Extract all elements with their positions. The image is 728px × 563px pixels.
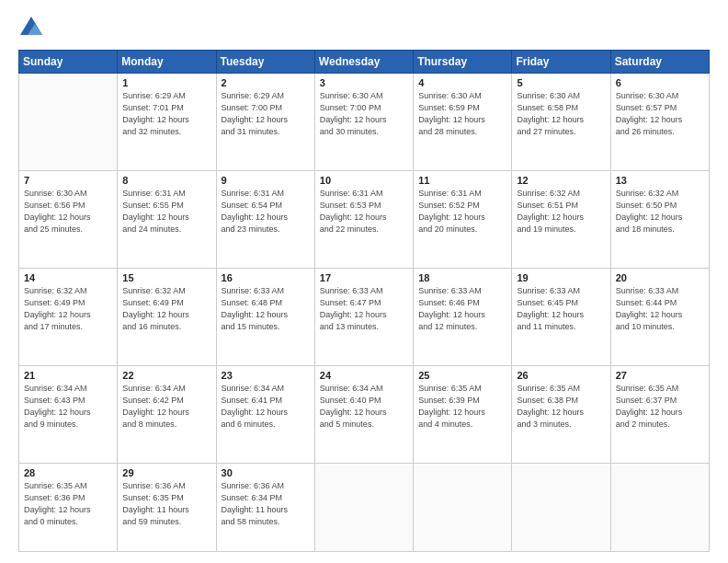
day-info: Sunrise: 6:33 AM Sunset: 6:47 PM Dayligh… [320,285,408,333]
day-number: 21 [24,370,112,381]
day-info: Sunrise: 6:33 AM Sunset: 6:44 PM Dayligh… [616,285,704,333]
day-number: 7 [24,175,112,186]
day-info: Sunrise: 6:32 AM Sunset: 6:51 PM Dayligh… [517,188,605,236]
calendar-cell: 7Sunrise: 6:30 AM Sunset: 6:56 PM Daylig… [19,170,118,268]
calendar-cell: 10Sunrise: 6:31 AM Sunset: 6:53 PM Dayli… [314,170,413,268]
calendar-table: SundayMondayTuesdayWednesdayThursdayFrid… [18,50,710,552]
day-number: 16 [222,272,310,283]
day-info: Sunrise: 6:36 AM Sunset: 6:34 PM Dayligh… [222,480,310,528]
calendar-cell [314,463,413,551]
day-number: 14 [24,272,112,283]
day-info: Sunrise: 6:34 AM Sunset: 6:43 PM Dayligh… [24,383,112,431]
day-info: Sunrise: 6:34 AM Sunset: 6:41 PM Dayligh… [222,383,310,431]
weekday-header-friday: Friday [512,51,610,74]
day-info: Sunrise: 6:31 AM Sunset: 6:54 PM Dayligh… [222,188,310,236]
day-info: Sunrise: 6:31 AM Sunset: 6:55 PM Dayligh… [122,188,210,236]
day-number: 12 [517,175,605,186]
day-number: 2 [222,77,310,88]
day-number: 20 [616,272,704,283]
week-row-5: 28Sunrise: 6:35 AM Sunset: 6:36 PM Dayli… [19,463,710,551]
calendar-cell: 8Sunrise: 6:31 AM Sunset: 6:55 PM Daylig… [118,170,216,268]
week-row-4: 21Sunrise: 6:34 AM Sunset: 6:43 PM Dayli… [19,365,710,463]
day-number: 9 [222,175,310,186]
day-number: 28 [24,467,112,478]
day-info: Sunrise: 6:36 AM Sunset: 6:35 PM Dayligh… [122,480,210,528]
day-info: Sunrise: 6:30 AM Sunset: 6:56 PM Dayligh… [24,188,112,236]
calendar-cell: 22Sunrise: 6:34 AM Sunset: 6:42 PM Dayli… [118,365,216,463]
day-number: 8 [122,175,210,186]
calendar-cell: 25Sunrise: 6:35 AM Sunset: 6:39 PM Dayli… [414,365,512,463]
calendar-cell: 6Sunrise: 6:30 AM Sunset: 6:57 PM Daylig… [610,74,709,171]
weekday-header-row: SundayMondayTuesdayWednesdayThursdayFrid… [19,51,710,74]
calendar-cell [19,74,118,171]
page: SundayMondayTuesdayWednesdayThursdayFrid… [0,0,728,563]
day-number: 29 [122,467,210,478]
calendar-cell: 2Sunrise: 6:29 AM Sunset: 7:00 PM Daylig… [216,74,314,171]
calendar-cell: 1Sunrise: 6:29 AM Sunset: 7:01 PM Daylig… [118,74,216,171]
day-number: 18 [418,272,506,283]
calendar-cell: 11Sunrise: 6:31 AM Sunset: 6:52 PM Dayli… [414,170,512,268]
day-info: Sunrise: 6:34 AM Sunset: 6:40 PM Dayligh… [320,383,408,431]
day-info: Sunrise: 6:35 AM Sunset: 6:39 PM Dayligh… [418,383,506,431]
calendar-cell: 26Sunrise: 6:35 AM Sunset: 6:38 PM Dayli… [512,365,610,463]
header [18,15,710,40]
day-number: 13 [616,175,704,186]
calendar-cell: 29Sunrise: 6:36 AM Sunset: 6:35 PM Dayli… [118,463,216,551]
day-number: 4 [418,77,506,88]
calendar-cell: 28Sunrise: 6:35 AM Sunset: 6:36 PM Dayli… [19,463,118,551]
day-info: Sunrise: 6:33 AM Sunset: 6:46 PM Dayligh… [418,285,506,333]
calendar-cell: 16Sunrise: 6:33 AM Sunset: 6:48 PM Dayli… [216,268,314,365]
calendar-cell: 20Sunrise: 6:33 AM Sunset: 6:44 PM Dayli… [610,268,709,365]
day-number: 27 [616,370,704,381]
day-info: Sunrise: 6:30 AM Sunset: 6:58 PM Dayligh… [517,90,605,138]
weekday-header-tuesday: Tuesday [216,51,314,74]
weekday-header-monday: Monday [118,51,216,74]
calendar-cell: 13Sunrise: 6:32 AM Sunset: 6:50 PM Dayli… [610,170,709,268]
day-number: 23 [222,370,310,381]
day-number: 19 [517,272,605,283]
day-number: 22 [122,370,210,381]
week-row-1: 1Sunrise: 6:29 AM Sunset: 7:01 PM Daylig… [19,74,710,171]
day-number: 11 [418,175,506,186]
day-number: 26 [517,370,605,381]
day-info: Sunrise: 6:29 AM Sunset: 7:00 PM Dayligh… [222,90,310,138]
week-row-3: 14Sunrise: 6:32 AM Sunset: 6:49 PM Dayli… [19,268,710,365]
calendar-cell: 18Sunrise: 6:33 AM Sunset: 6:46 PM Dayli… [414,268,512,365]
calendar-cell: 19Sunrise: 6:33 AM Sunset: 6:45 PM Dayli… [512,268,610,365]
calendar-cell: 4Sunrise: 6:30 AM Sunset: 6:59 PM Daylig… [414,74,512,171]
day-number: 6 [616,77,704,88]
calendar-cell [610,463,709,551]
weekday-header-thursday: Thursday [414,51,512,74]
day-info: Sunrise: 6:30 AM Sunset: 7:00 PM Dayligh… [320,90,408,138]
day-info: Sunrise: 6:29 AM Sunset: 7:01 PM Dayligh… [122,90,210,138]
calendar-cell: 12Sunrise: 6:32 AM Sunset: 6:51 PM Dayli… [512,170,610,268]
day-info: Sunrise: 6:32 AM Sunset: 6:50 PM Dayligh… [616,188,704,236]
day-number: 17 [320,272,408,283]
calendar-cell [512,463,610,551]
day-info: Sunrise: 6:31 AM Sunset: 6:53 PM Dayligh… [320,188,408,236]
day-number: 3 [320,77,408,88]
day-number: 25 [418,370,506,381]
calendar-cell: 30Sunrise: 6:36 AM Sunset: 6:34 PM Dayli… [216,463,314,551]
calendar-cell: 3Sunrise: 6:30 AM Sunset: 7:00 PM Daylig… [314,74,413,171]
calendar-cell: 21Sunrise: 6:34 AM Sunset: 6:43 PM Dayli… [19,365,118,463]
week-row-2: 7Sunrise: 6:30 AM Sunset: 6:56 PM Daylig… [19,170,710,268]
day-number: 15 [122,272,210,283]
day-number: 1 [122,77,210,88]
calendar-cell: 15Sunrise: 6:32 AM Sunset: 6:49 PM Dayli… [118,268,216,365]
day-number: 10 [320,175,408,186]
calendar-cell: 23Sunrise: 6:34 AM Sunset: 6:41 PM Dayli… [216,365,314,463]
calendar-cell: 24Sunrise: 6:34 AM Sunset: 6:40 PM Dayli… [314,365,413,463]
calendar-cell: 17Sunrise: 6:33 AM Sunset: 6:47 PM Dayli… [314,268,413,365]
weekday-header-saturday: Saturday [610,51,709,74]
calendar-cell: 9Sunrise: 6:31 AM Sunset: 6:54 PM Daylig… [216,170,314,268]
day-info: Sunrise: 6:35 AM Sunset: 6:36 PM Dayligh… [24,480,112,528]
calendar-cell: 14Sunrise: 6:32 AM Sunset: 6:49 PM Dayli… [19,268,118,365]
day-info: Sunrise: 6:32 AM Sunset: 6:49 PM Dayligh… [24,285,112,333]
day-number: 30 [222,467,310,478]
day-info: Sunrise: 6:33 AM Sunset: 6:45 PM Dayligh… [517,285,605,333]
day-number: 24 [320,370,408,381]
calendar-cell: 27Sunrise: 6:35 AM Sunset: 6:37 PM Dayli… [610,365,709,463]
weekday-header-sunday: Sunday [19,51,118,74]
logo [18,15,48,40]
